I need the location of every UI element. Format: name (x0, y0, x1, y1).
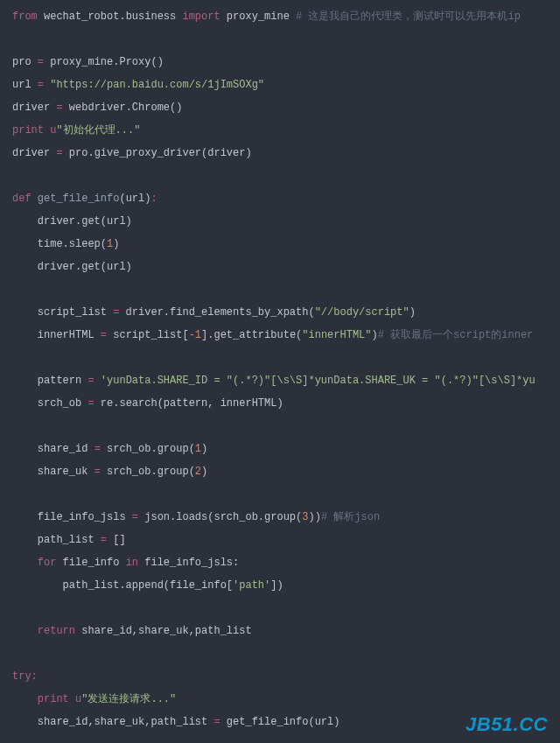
line-21: share_uk = srch_ob.group(2) (12, 466, 207, 478)
line-12: driver.get(url) (12, 261, 132, 273)
line-4: url = "https://pan.baidu.com/s/1jImSOXg" (12, 79, 264, 91)
watermark: JB51.CC (466, 713, 548, 736)
line-24: path_list = [] (12, 534, 126, 546)
line-7: driver = pro.give_proxy_driver(driver) (12, 147, 252, 159)
line-18: srch_ob = re.search(pattern, innerHTML) (12, 397, 284, 410)
line-3: pro = proxy_mine.Proxy() (12, 56, 164, 68)
line-5: driver = webdriver.Chrome() (12, 102, 182, 114)
line-11: time.sleep(1) (12, 238, 119, 250)
line-17: pattern = 'yunData.SHARE_ID = "(.*?)"[\s… (12, 375, 536, 387)
line-30: try: (12, 670, 38, 683)
code-block: from wechat_robot.business import proxy_… (0, 0, 560, 739)
line-1: from wechat_robot.business import proxy_… (12, 11, 521, 23)
line-14: script_list = driver.find_elements_by_xp… (12, 306, 416, 319)
line-26: path_list.append(file_info['path']) (12, 579, 284, 592)
line-25: for file_info in file_info_jsls: (12, 557, 239, 569)
line-15: innerHTML = script_list[-1].get_attribut… (12, 329, 533, 341)
line-32: share_id,share_uk,path_list = get_file_i… (12, 716, 340, 728)
line-9: def get_file_info(url): (12, 193, 158, 205)
line-6: print u"初始化代理..." (12, 124, 140, 137)
line-28: return share_id,share_uk,path_list (12, 625, 252, 637)
line-10: driver.get(url) (12, 215, 132, 228)
line-20: share_id = srch_ob.group(1) (12, 443, 207, 455)
line-23: file_info_jsls = json.loads(srch_ob.grou… (12, 511, 380, 523)
line-31: print u"发送连接请求..." (12, 693, 176, 705)
